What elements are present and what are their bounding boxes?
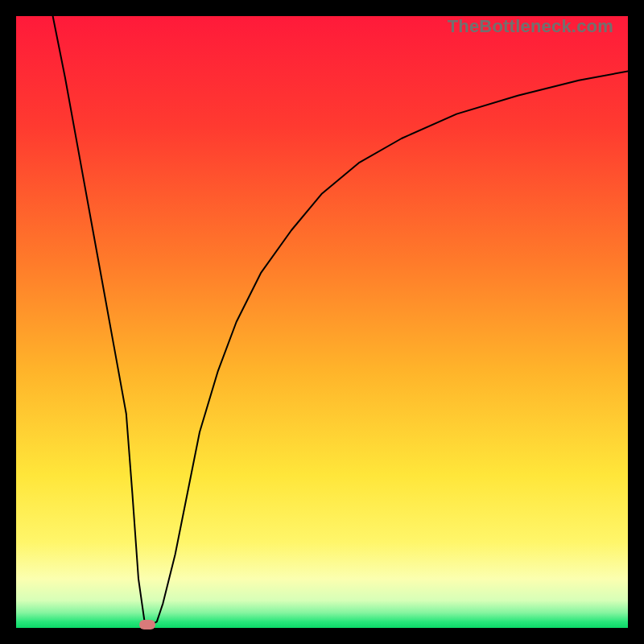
- bottleneck-curve: [16, 16, 628, 628]
- optimum-marker: [139, 620, 155, 630]
- chart-frame: TheBottleneck.com: [16, 16, 628, 628]
- watermark-text: TheBottleneck.com: [448, 16, 613, 37]
